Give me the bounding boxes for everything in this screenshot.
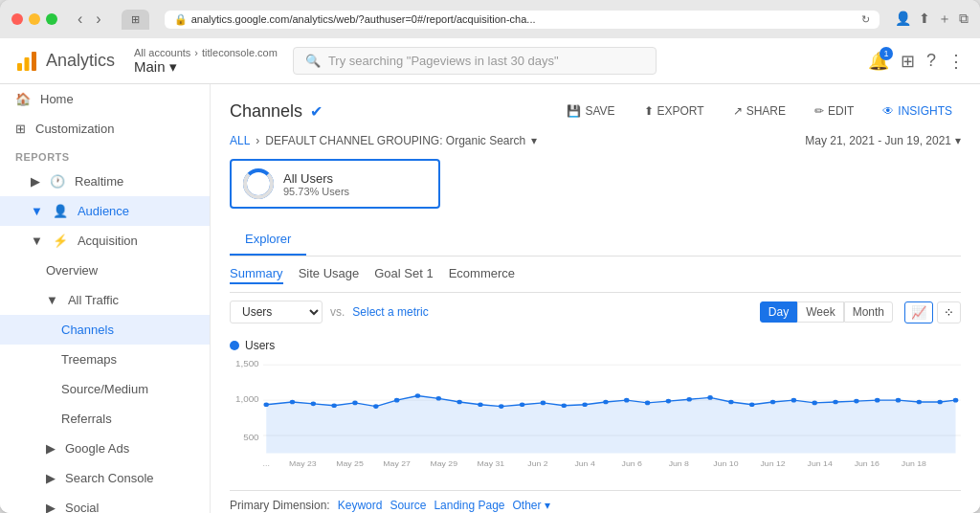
search-icon: 🔍 xyxy=(305,54,321,68)
insights-icon: 👁 xyxy=(882,104,894,118)
sidebar-item-acquisition[interactable]: ▼ ⚡ Acquisition xyxy=(0,226,210,256)
metric-dropdown[interactable]: Users Sessions Pageviews xyxy=(230,301,323,323)
dim-source[interactable]: Source xyxy=(390,499,426,512)
svg-point-29 xyxy=(687,397,692,402)
acquisition-label: Acquisition xyxy=(78,234,138,248)
sidebar-item-social[interactable]: ▶ Social xyxy=(0,493,210,513)
help-icon[interactable]: ? xyxy=(926,51,936,71)
close-button[interactable] xyxy=(11,13,23,25)
sub-tab-summary[interactable]: Summary xyxy=(230,264,283,284)
more-icon[interactable]: ⋮ xyxy=(947,51,965,72)
lock-icon: 🔒 xyxy=(174,13,188,26)
search-bar[interactable]: 🔍 Try searching "Pageviews in last 30 da… xyxy=(293,47,657,75)
property-selector[interactable]: Main ▾ xyxy=(134,58,278,76)
customization-label: Customization xyxy=(35,122,114,136)
audience-label: Audience xyxy=(78,204,129,218)
new-tab-icon[interactable]: ＋ xyxy=(938,11,951,28)
main-body: 🏠 Home ⊞ Customization REPORTS ▶ 🕐 Realt… xyxy=(0,84,980,513)
all-traffic-label: All Traffic xyxy=(68,293,119,307)
expand-acquisition-icon: ▼ xyxy=(31,234,43,248)
forward-button[interactable]: › xyxy=(91,9,105,30)
week-button[interactable]: Week xyxy=(797,301,843,323)
svg-point-25 xyxy=(603,400,608,405)
sidebar-item-google-ads[interactable]: ▶ Google Ads xyxy=(0,434,210,463)
sidebar-item-referrals[interactable]: Referrals xyxy=(0,404,210,434)
breadcrumb: All accounts › titleconsole.com xyxy=(134,47,278,58)
sub-tab-ecommerce[interactable]: Ecommerce xyxy=(449,264,515,284)
breadcrumb-site[interactable]: titleconsole.com xyxy=(202,47,278,58)
profile-icon[interactable]: 👤 xyxy=(895,11,911,28)
svg-text:May 25: May 25 xyxy=(336,460,364,468)
chart-area: Users 1,500 1,000 500 xyxy=(230,331,961,482)
svg-text:1,500: 1,500 xyxy=(235,360,259,368)
save-label: SAVE xyxy=(585,104,614,118)
date-range-selector[interactable]: May 21, 2021 - Jun 19, 2021 ▾ xyxy=(805,134,961,147)
svg-rect-1 xyxy=(25,57,30,71)
refresh-icon[interactable]: ↻ xyxy=(861,13,870,26)
breadcrumb-all[interactable]: All accounts xyxy=(134,47,190,58)
path-dropdown-icon[interactable]: ▾ xyxy=(531,134,537,147)
scatter-chart-button[interactable]: ⁘ xyxy=(937,301,961,323)
svg-point-11 xyxy=(311,402,316,407)
line-chart-button[interactable]: 📈 xyxy=(904,301,933,323)
segment-box[interactable]: All Users 95.73% Users xyxy=(230,159,440,209)
share-button[interactable]: ↗ SHARE xyxy=(724,100,794,123)
sidebar-item-treemaps[interactable]: Treemaps xyxy=(0,345,210,374)
edit-label: EDIT xyxy=(828,104,854,118)
edit-icon: ✏ xyxy=(814,104,824,118)
sidebar-item-audience[interactable]: ▼ 👤 Audience xyxy=(0,196,210,226)
minimize-button[interactable] xyxy=(29,13,40,25)
share-browser-icon[interactable]: ⬆ xyxy=(919,11,930,28)
tab-explorer[interactable]: Explorer xyxy=(230,224,306,256)
segment-pct: 95.73% Users xyxy=(283,186,349,197)
google-ads-label: Google Ads xyxy=(65,441,129,456)
dim-keyword[interactable]: Keyword xyxy=(338,499,383,512)
sidebar-item-overview[interactable]: Overview xyxy=(0,256,210,285)
sidebar-item-home[interactable]: 🏠 Home xyxy=(0,84,210,114)
maximize-button[interactable] xyxy=(46,13,57,25)
insights-button[interactable]: 👁 INSIGHTS xyxy=(874,100,961,123)
sidebar-item-all-traffic[interactable]: ▼ All Traffic xyxy=(0,285,210,315)
sidebar-item-channels[interactable]: Channels xyxy=(0,315,210,345)
export-button[interactable]: ⬆ EXPORT xyxy=(635,100,713,123)
realtime-icon: 🕐 xyxy=(50,174,65,189)
svg-point-32 xyxy=(749,402,754,407)
svg-text:Jun 12: Jun 12 xyxy=(760,460,786,468)
save-button[interactable]: 💾 SAVE xyxy=(558,100,623,123)
sidebar-item-source-medium[interactable]: Source/Medium xyxy=(0,374,210,404)
month-button[interactable]: Month xyxy=(844,301,893,323)
dim-other[interactable]: Other ▾ xyxy=(513,499,550,512)
source-medium-label: Source/Medium xyxy=(61,382,148,396)
date-chevron-icon: ▾ xyxy=(955,134,961,147)
sub-tab-goal-set-1[interactable]: Goal Set 1 xyxy=(374,264,433,284)
svg-point-22 xyxy=(541,401,546,406)
expand-search-console-icon: ▶ xyxy=(46,471,56,485)
path-bar: ALL › DEFAULT CHANNEL GROUPING: Organic … xyxy=(230,134,961,147)
edit-button[interactable]: ✏ EDIT xyxy=(806,100,862,123)
svg-text:Jun 2: Jun 2 xyxy=(527,460,548,468)
select-metric-link[interactable]: Select a metric xyxy=(352,305,428,319)
svg-text:Jun 8: Jun 8 xyxy=(669,460,690,468)
path-grouping[interactable]: DEFAULT CHANNEL GROUPING: Organic Search xyxy=(265,134,525,147)
svg-point-30 xyxy=(707,395,712,400)
segment-info: All Users 95.73% Users xyxy=(283,171,349,197)
sidebar-item-customization[interactable]: ⊞ Customization xyxy=(0,114,210,144)
svg-point-33 xyxy=(770,400,775,405)
notifications-button[interactable]: 🔔 1 xyxy=(868,51,889,72)
svg-point-15 xyxy=(394,398,399,403)
sub-tab-site-usage[interactable]: Site Usage xyxy=(299,264,360,284)
back-button[interactable]: ‹ xyxy=(73,9,87,30)
svg-point-37 xyxy=(854,399,858,404)
windows-icon[interactable]: ⧉ xyxy=(959,11,969,28)
path-all[interactable]: ALL xyxy=(230,134,250,147)
dim-landing-page[interactable]: Landing Page xyxy=(434,499,504,512)
address-bar[interactable]: 🔒 analytics.google.com/analytics/web/?au… xyxy=(165,11,880,29)
grid-icon[interactable]: ⊞ xyxy=(901,51,915,72)
svg-point-21 xyxy=(520,402,524,407)
content-area: Channels ✔ 💾 SAVE ⬆ EXPORT ↗ xyxy=(211,84,980,513)
sidebar-item-search-console[interactable]: ▶ Search Console xyxy=(0,463,210,493)
time-selector: Day Week Month xyxy=(760,301,893,323)
day-button[interactable]: Day xyxy=(760,301,797,323)
sidebar-item-realtime[interactable]: ▶ 🕐 Realtime xyxy=(0,167,210,196)
browser-nav: ‹ › xyxy=(73,9,106,30)
